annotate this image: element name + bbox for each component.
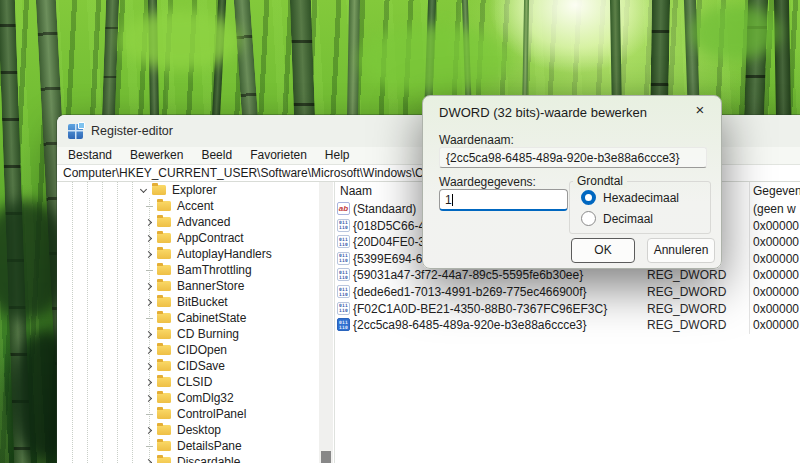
tree-item-label: BannerStore	[177, 279, 244, 293]
value-data: 0x00000	[753, 219, 799, 233]
tree-item-label: Discardable	[177, 455, 240, 463]
radio-decimal[interactable]: Decimaal	[581, 211, 653, 226]
value-data: 0x00000	[753, 252, 799, 266]
folder-icon	[157, 345, 171, 355]
tree-item-label: CLSID	[177, 375, 212, 389]
value-data: 0x00000	[753, 302, 799, 316]
value-row[interactable]: 011110{F02C1A0D-BE21-4350-88B0-7367FC96E…	[335, 301, 800, 317]
folder-icon	[157, 265, 171, 275]
chevron-down-icon[interactable]	[140, 185, 147, 192]
foliage	[690, 5, 780, 60]
cancel-button[interactable]: Annuleren	[647, 238, 715, 263]
tree-connector	[146, 206, 153, 207]
tree-item-controlpanel[interactable]: ControlPanel	[57, 406, 334, 422]
tree-item-clsid[interactable]: CLSID	[57, 374, 334, 390]
tree-item-label: CabinetState	[177, 311, 246, 325]
tree-item-label: Advanced	[177, 215, 230, 229]
value-name: {59031a47-3f72-44a7-89c5-5595fe6b30ee}	[353, 268, 583, 282]
menu-bewerken[interactable]: Bewerken	[121, 147, 192, 164]
tree-item-label: Accent	[177, 199, 214, 213]
tree-connector	[146, 446, 153, 447]
chevron-right-icon[interactable]	[145, 218, 152, 225]
tree-item-bannerstore[interactable]: BannerStore	[57, 278, 334, 294]
radio-unselected-icon[interactable]	[581, 211, 596, 226]
tree-item-desktop[interactable]: Desktop	[57, 422, 334, 438]
chevron-right-icon[interactable]	[145, 234, 152, 241]
value-data: (geen w	[753, 202, 796, 216]
tree-connector	[146, 270, 153, 271]
menu-beeld[interactable]: Beeld	[192, 147, 241, 164]
tree-item-discardable[interactable]: Discardable	[57, 454, 334, 463]
tree-item-bitbucket[interactable]: BitBucket	[57, 294, 334, 310]
folder-icon	[157, 297, 171, 307]
tree-rows: ExplorerAccentAdvancedAppContractAutopla…	[57, 182, 334, 463]
dword-value-icon: 011110	[337, 285, 350, 298]
value-row[interactable]: 011110{dede6ed1-7013-4991-b269-775ec4669…	[335, 284, 800, 300]
value-data: 0x00000	[753, 268, 799, 282]
tree-item-comdlg32[interactable]: ComDlg32	[57, 390, 334, 406]
tree-connector	[146, 414, 153, 415]
radio-hexadecimal[interactable]: Hexadecimaal	[581, 190, 679, 205]
value-data-input[interactable]: 1	[439, 189, 568, 211]
radio-hexadecimal-label: Hexadecimaal	[603, 191, 679, 205]
chevron-right-icon[interactable]	[145, 458, 152, 463]
registry-app-icon	[68, 124, 83, 139]
close-icon[interactable]: ×	[690, 101, 710, 118]
tree-item-bamthrottling[interactable]: BamThrottling	[57, 262, 334, 278]
chevron-right-icon[interactable]	[145, 426, 152, 433]
tree-item-label: BamThrottling	[177, 263, 252, 277]
value-data: 0x00000	[753, 285, 799, 299]
value-name: {018D5C66-4	[353, 219, 425, 233]
base-group-label: Grondtal	[573, 174, 627, 188]
value-row[interactable]: 011110{2cc5ca98-6485-489a-920e-b3e88a6cc…	[335, 317, 800, 333]
tree-item-cd-burning[interactable]: CD Burning	[57, 326, 334, 342]
dialog-title: DWORD (32 bits)-waarde bewerken	[439, 105, 647, 120]
chevron-right-icon[interactable]	[145, 282, 152, 289]
tree-item-detailspane[interactable]: DetailsPane	[57, 438, 334, 454]
dword-value-icon: 011110	[337, 252, 350, 265]
chevron-right-icon[interactable]	[145, 298, 152, 305]
value-name: {F02C1A0D-BE21-4350-88B0-7367FC96EF3C}	[353, 302, 607, 316]
tree-item-autoplayhandlers[interactable]: AutoplayHandlers	[57, 246, 334, 262]
string-value-icon: ab	[337, 202, 350, 215]
value-row[interactable]: 011110{59031a47-3f72-44a7-89c5-5595fe6b3…	[335, 267, 800, 283]
folder-icon	[157, 457, 171, 463]
menu-favorieten[interactable]: Favorieten	[241, 147, 316, 164]
column-header-name[interactable]: Naam	[340, 184, 372, 198]
value-data: 0x00000	[753, 318, 799, 332]
value-name: {2cc5ca98-6485-489a-920e-b3e88a6ccce3}	[353, 318, 587, 332]
tree-item-label: BitBucket	[177, 295, 228, 309]
tree-scrollbar-thumb[interactable]	[321, 451, 331, 463]
tree-item-label: Explorer	[172, 183, 217, 197]
chevron-right-icon[interactable]	[145, 250, 152, 257]
menu-help[interactable]: Help	[316, 147, 359, 164]
folder-icon	[157, 441, 171, 451]
foliage	[360, 25, 510, 95]
tree-item-explorer[interactable]: Explorer	[57, 182, 334, 198]
chevron-right-icon[interactable]	[145, 362, 152, 369]
tree-scrollbar[interactable]	[319, 182, 333, 463]
tree-item-appcontract[interactable]: AppContract	[57, 230, 334, 246]
tree-item-cabinetstate[interactable]: CabinetState	[57, 310, 334, 326]
folder-icon	[157, 361, 171, 371]
chevron-right-icon[interactable]	[145, 378, 152, 385]
dword-value-icon: 011110	[337, 302, 350, 315]
ok-button[interactable]: OK	[571, 238, 635, 263]
chevron-right-icon[interactable]	[145, 346, 152, 353]
chevron-right-icon[interactable]	[145, 330, 152, 337]
value-name-label: Waardenaam:	[439, 133, 514, 147]
value-name: {dede6ed1-7013-4991-b269-775ec466900f}	[353, 285, 587, 299]
tree-item-cidopen[interactable]: CIDOpen	[57, 342, 334, 358]
tree-item-accent[interactable]: Accent	[57, 198, 334, 214]
menu-bestand[interactable]: Bestand	[59, 147, 121, 164]
tree-item-advanced[interactable]: Advanced	[57, 214, 334, 230]
radio-selected-icon[interactable]	[581, 190, 596, 205]
chevron-right-icon[interactable]	[145, 394, 152, 401]
tree-item-label: AutoplayHandlers	[177, 247, 272, 261]
tree-item-cidsave[interactable]: CIDSave	[57, 358, 334, 374]
window-title: Register-editor	[91, 124, 173, 138]
tree-item-label: ComDlg32	[177, 391, 234, 405]
column-header-data[interactable]: Gegevens	[753, 184, 800, 198]
tree-item-label: CIDOpen	[177, 343, 227, 357]
tree-item-label: AppContract	[177, 231, 244, 245]
